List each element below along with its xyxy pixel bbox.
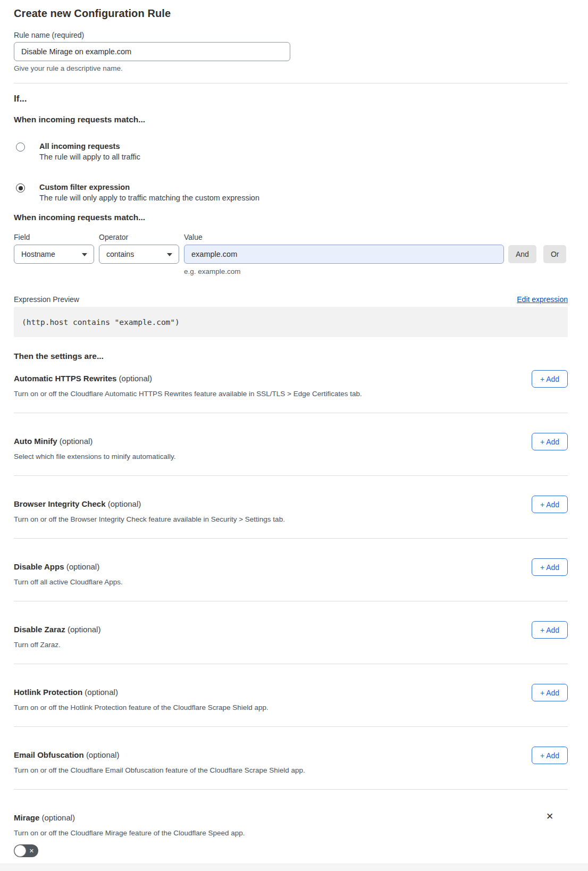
setting-name: Browser Integrity Check [14,499,106,508]
add-setting-button[interactable]: + Add [532,496,568,513]
add-setting-button[interactable]: + Add [532,558,568,576]
or-button[interactable]: Or [543,245,567,263]
setting-optional-label: (optional) [66,562,100,571]
setting-name: Disable Apps [14,562,64,571]
footer-strip [0,864,588,871]
setting-row: Automatic HTTPS Rewrites (optional) Turn… [14,361,568,413]
setting-description: Turn on or off the Cloudflare Email Obfu… [14,766,532,774]
setting-name: Email Obfuscation [14,750,84,759]
close-icon[interactable]: ✕ [546,812,553,821]
radio-description: The rule will apply to all traffic [39,153,140,161]
radio-icon[interactable] [16,143,25,152]
setting-row: Browser Integrity Check (optional) Turn … [14,475,568,538]
setting-row: Email Obfuscation (optional) Turn on or … [14,726,568,789]
rule-name-input[interactable] [14,42,290,61]
value-input[interactable] [184,245,504,264]
radio-all-incoming-requests[interactable]: All incoming requests The rule will appl… [14,142,568,161]
setting-description: Turn on or off the Browser Integrity Che… [14,515,532,523]
add-setting-button[interactable]: + Add [532,747,568,764]
setting-toggle[interactable]: ✕ [14,844,38,857]
setting-name: Automatic HTTPS Rewrites [14,374,116,383]
field-select[interactable]: Hostname [14,245,94,264]
add-setting-button[interactable]: + Add [532,370,568,388]
expression-builder-heading: When incoming requests match... [14,213,568,222]
setting-row: Mirage (optional) Turn on or off the Clo… [14,789,568,871]
section-divider [14,83,568,83]
setting-optional-label: (optional) [119,374,153,383]
add-setting-button[interactable]: + Add [532,433,568,450]
rule-name-helper: Give your rule a descriptive name. [14,64,568,72]
setting-name: Auto Minify [14,437,57,446]
value-label: Value [184,233,568,241]
rule-name-label: Rule name (required) [14,31,568,39]
operator-select[interactable]: contains [99,245,179,264]
toggle-knob[interactable] [14,845,26,857]
setting-name: Mirage [14,813,39,822]
edit-expression-link[interactable]: Edit expression [517,295,568,304]
setting-optional-label: (optional) [68,625,101,634]
expression-builder: Field Operator Value Hostname contains A… [14,233,568,275]
radio-custom-filter-expression[interactable]: Custom filter expression The rule will o… [14,183,568,202]
setting-name: Disable Zaraz [14,625,65,634]
setting-optional-label: (optional) [85,688,118,697]
setting-optional-label: (optional) [60,437,93,446]
match-heading: When incoming requests match... [14,115,568,124]
expression-preview-label: Expression Preview [14,295,79,304]
setting-optional-label: (optional) [108,499,141,508]
expression-preview-code: (http.host contains "example.com") [14,307,568,337]
setting-description: Select which file extensions to minify a… [14,453,532,460]
radio-label: Custom filter expression [39,183,259,191]
then-settings-heading: Then the settings are... [14,351,568,361]
setting-description: Turn off Zaraz. [14,641,532,649]
value-helper: e.g. example.com [184,267,568,275]
field-label: Field [14,233,99,241]
add-setting-button[interactable]: + Add [532,621,568,639]
settings-list: Automatic HTTPS Rewrites (optional) Turn… [14,361,568,871]
setting-optional-label: (optional) [86,750,120,759]
and-button[interactable]: And [508,245,536,263]
radio-label: All incoming requests [39,142,140,150]
chevron-down-icon [82,253,87,256]
setting-row: Disable Zaraz (optional) Turn off Zaraz.… [14,601,568,664]
setting-optional-label: (optional) [42,813,75,822]
setting-description: Turn on or off the Hotlink Protection fe… [14,704,532,711]
add-setting-button[interactable]: + Add [532,684,568,701]
setting-row: Auto Minify (optional) Select which file… [14,413,568,475]
setting-name: Hotlink Protection [14,688,82,697]
page-title: Create new Configuration Rule [14,7,568,20]
setting-description: Turn off all active Cloudflare Apps. [14,578,532,586]
setting-description: Turn on or off the Cloudflare Mirage fea… [14,829,532,837]
radio-description: The rule will only apply to traffic matc… [39,194,259,202]
radio-icon[interactable] [16,183,25,192]
setting-row: Disable Apps (optional) Turn off all act… [14,538,568,601]
create-configuration-rule-panel: Create new Configuration Rule Rule name … [0,0,588,871]
chevron-down-icon [167,253,172,256]
if-heading: If... [14,94,568,104]
operator-label: Operator [99,233,184,241]
toggle-off-x-icon: ✕ [29,848,34,854]
setting-description: Turn on or off the Cloudflare Automatic … [14,390,532,398]
setting-row: Hotlink Protection (optional) Turn on or… [14,664,568,726]
